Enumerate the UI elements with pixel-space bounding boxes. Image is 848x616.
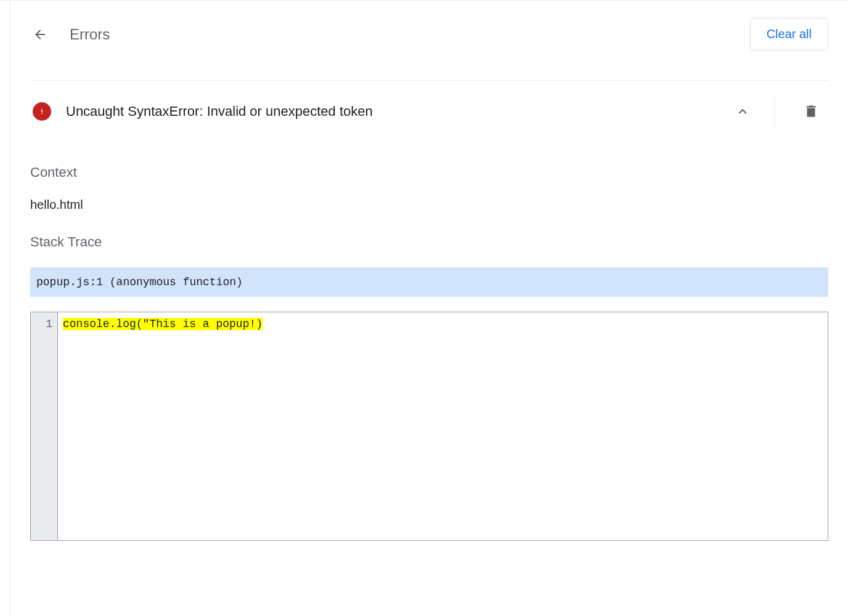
chevron-up-icon [735, 103, 751, 120]
line-number: 1 [31, 316, 52, 333]
code-area: console.log("This is a popup!) [58, 312, 828, 540]
context-label: Context [30, 164, 828, 180]
error-icon [33, 102, 51, 121]
vertical-divider [775, 94, 775, 129]
stack-trace-line[interactable]: popup.js:1 (anonymous function) [30, 267, 828, 297]
back-arrow-icon[interactable] [33, 27, 47, 42]
code-panel: 1 console.log("This is a popup!) [30, 312, 828, 541]
delete-error-button[interactable] [794, 94, 828, 129]
code-line-highlighted: console.log("This is a popup!) [63, 318, 263, 330]
stack-trace-label: Stack Trace [30, 234, 828, 250]
error-message: Uncaught SyntaxError: Invalid or unexpec… [66, 103, 725, 120]
clear-all-button[interactable]: Clear all [750, 18, 828, 51]
collapse-toggle[interactable] [725, 94, 760, 129]
header-row: Errors Clear all [30, 1, 828, 80]
error-row-header: Uncaught SyntaxError: Invalid or unexpec… [30, 81, 828, 142]
page-title: Errors [70, 26, 750, 43]
trash-icon [803, 103, 819, 120]
code-gutter: 1 [31, 312, 58, 540]
context-file: hello.html [30, 198, 828, 212]
